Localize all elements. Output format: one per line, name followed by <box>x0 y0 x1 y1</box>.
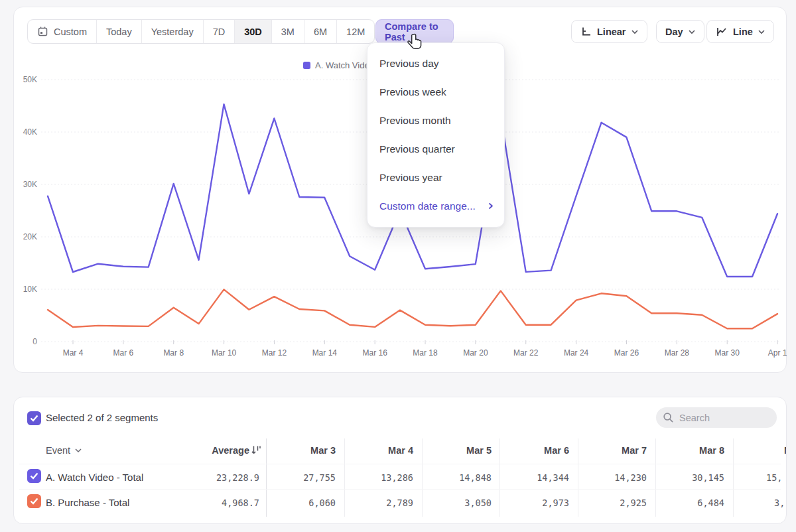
preset-6m[interactable]: 6M <box>304 20 337 43</box>
checkmark-icon <box>30 415 38 422</box>
compare-to-past-label: Compare to Past <box>385 21 444 42</box>
row-checkbox[interactable] <box>27 494 41 508</box>
linear-axis-icon <box>580 26 592 37</box>
column-header-average[interactable]: Average <box>175 444 249 457</box>
checkmark-icon <box>30 472 38 480</box>
preset-label: 12M <box>346 27 365 37</box>
chart-type-select[interactable]: Line <box>706 20 774 43</box>
preset-label: 30D <box>244 27 262 37</box>
row-divider <box>19 489 781 490</box>
table-cell: 6,060 <box>261 496 336 509</box>
chevron-down-icon <box>689 29 695 34</box>
preset-12m[interactable]: 12M <box>337 20 374 43</box>
chevron-down-icon <box>75 448 82 453</box>
table-cell: 2,789 <box>339 496 413 509</box>
table-cell: 2,925 <box>572 496 647 509</box>
segments-table-card: Selected 2 of 2 segments Event AverageMa… <box>13 397 787 524</box>
segment-row-label: A. Watch Video - Total <box>46 470 143 484</box>
select-all-checkbox[interactable] <box>27 411 41 425</box>
preset-label: Custom <box>54 27 87 37</box>
column-header-clipped: M <box>784 444 787 457</box>
preset-yesterday[interactable]: Yesterday <box>142 20 204 43</box>
column-header-mar-3[interactable]: Mar 3 <box>261 444 336 457</box>
preset-today[interactable]: Today <box>97 20 142 43</box>
menu-item-previous-year[interactable]: Previous year <box>367 163 504 192</box>
row-divider <box>19 464 781 464</box>
column-header-mar-8[interactable]: Mar 8 <box>650 444 724 457</box>
table-cell: 14,344 <box>495 471 569 484</box>
checkmark-icon <box>30 498 38 505</box>
interval-label: Day <box>665 27 683 37</box>
event-column-header[interactable]: Event <box>46 444 82 457</box>
table-cell: 14,230 <box>572 471 647 484</box>
table-cell: 27,755 <box>261 471 336 484</box>
table-cell: 13,286 <box>339 471 413 484</box>
scale-select[interactable]: Linear <box>571 20 647 43</box>
preset-custom[interactable]: Custom <box>28 20 97 43</box>
chevron-right-icon <box>488 202 494 210</box>
segment-row-label: B. Purchase - Total <box>46 496 129 509</box>
sort-desc-icon[interactable] <box>251 444 262 456</box>
menu-item-previous-day[interactable]: Previous day <box>367 49 504 78</box>
compare-to-past-button[interactable]: Compare to Past <box>375 19 454 44</box>
preset-30d[interactable]: 30D <box>235 20 272 43</box>
menu-item-previous-quarter[interactable]: Previous quarter <box>367 135 504 163</box>
menu-item-custom-date-range[interactable]: Custom date range... <box>367 192 504 220</box>
table-cell-clipped: 15, <box>766 471 782 484</box>
table-cell: 3,050 <box>417 496 492 509</box>
line-chart-icon <box>716 27 728 37</box>
table-cell-clipped: 3, <box>774 496 785 509</box>
preset-label: 6M <box>314 27 327 37</box>
scale-label: Linear <box>597 27 626 37</box>
table-cell: 2,973 <box>495 496 569 509</box>
interval-select[interactable]: Day <box>656 20 704 43</box>
preset-label: Yesterday <box>151 27 194 37</box>
row-checkbox[interactable] <box>27 469 41 483</box>
table-cell: 4,968.7 <box>185 496 259 509</box>
column-header-mar-7[interactable]: Mar 7 <box>572 444 647 457</box>
legend-swatch <box>303 62 310 69</box>
selected-segments-text: Selected 2 of 2 segments <box>46 412 158 423</box>
menu-item-previous-month[interactable]: Previous month <box>367 106 504 135</box>
chevron-down-icon <box>758 29 765 34</box>
preset-label: Today <box>106 27 132 37</box>
column-header-mar-4[interactable]: Mar 4 <box>339 444 413 457</box>
table-cell: 6,484 <box>650 496 724 509</box>
column-header-mar-6[interactable]: Mar 6 <box>495 444 569 457</box>
table-cell: 23,228.9 <box>185 471 259 484</box>
preset-label: 3M <box>281 27 295 37</box>
table-cell: 30,145 <box>650 471 724 484</box>
column-separator <box>733 438 734 517</box>
compare-to-past-menu: Previous dayPrevious weekPrevious monthP… <box>367 42 505 228</box>
chevron-down-icon <box>631 29 638 34</box>
search-icon <box>663 412 674 423</box>
event-header-label: Event <box>46 444 70 457</box>
column-header-mar-5[interactable]: Mar 5 <box>417 444 492 457</box>
search-box[interactable] <box>656 407 777 428</box>
chart-type-label: Line <box>733 27 753 37</box>
preset-label: 7D <box>213 27 226 37</box>
preset-3m[interactable]: 3M <box>272 20 304 43</box>
calendar-icon <box>37 26 48 37</box>
preset-7d[interactable]: 7D <box>204 20 235 43</box>
table-cell: 14,848 <box>417 471 492 484</box>
menu-item-previous-week[interactable]: Previous week <box>367 78 504 106</box>
search-input[interactable] <box>679 413 765 423</box>
date-range-presets: CustomTodayYesterday7D30D3M6M12M <box>27 19 375 44</box>
